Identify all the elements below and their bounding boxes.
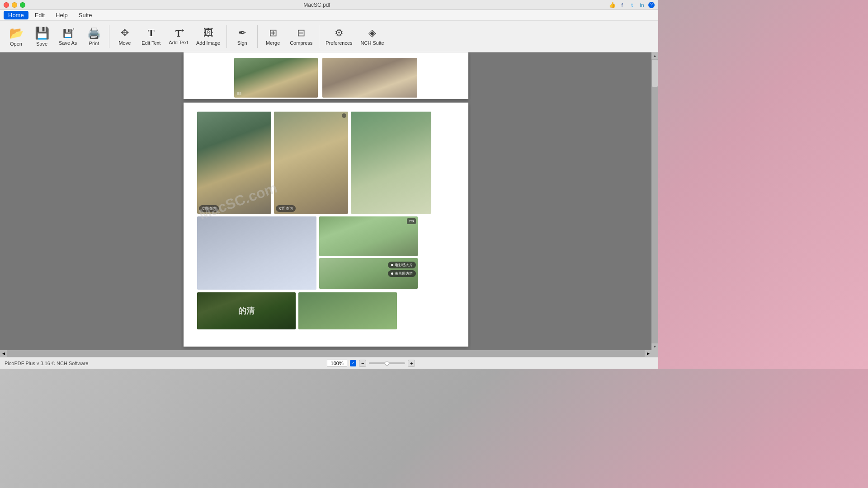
scroll-right-arrow[interactable]: ▶: [645, 350, 651, 357]
photo-badge-2: 立即查询: [276, 205, 296, 212]
toolbar-separator-3: [257, 25, 258, 48]
add-text-button[interactable]: T+ Add Text: [165, 23, 192, 51]
twitter-icon[interactable]: t: [628, 1, 636, 9]
sign-label: Sign: [237, 40, 247, 46]
add-text-label: Add Text: [169, 40, 188, 45]
merge-icon: ⊞: [269, 27, 277, 39]
sign-icon: ✒: [238, 27, 246, 39]
open-label: Open: [10, 41, 22, 47]
minimize-button[interactable]: [12, 2, 17, 8]
menu-edit[interactable]: Edit: [30, 11, 49, 19]
nch-suite-label: NCH Suite: [361, 40, 384, 46]
menu-help[interactable]: Help: [51, 11, 72, 19]
add-image-icon: 🖼: [203, 27, 213, 39]
save-button[interactable]: 💾 Save: [29, 23, 54, 51]
scroll-track[interactable]: [651, 59, 658, 343]
move-icon: ✥: [121, 27, 129, 39]
horizontal-scrollbar[interactable]: ◀ ▶: [0, 350, 658, 357]
bubble-label-2: 南昌周边游: [395, 271, 413, 276]
traffic-lights: [4, 2, 25, 8]
print-icon: 🖨️: [87, 27, 101, 40]
zoom-confirm[interactable]: ✓: [350, 360, 356, 366]
compress-icon: ⊟: [297, 27, 305, 39]
status-bar: PicoPDF Plus v 3.16 © NCH Software ✓ − +: [0, 357, 658, 369]
photo-badge-num: 2/9: [407, 218, 415, 224]
title-bar: MacSC.pdf 👍 f t in ?: [0, 0, 658, 10]
move-label: Move: [118, 40, 131, 46]
facebook-icon[interactable]: f: [618, 1, 626, 9]
linkedin-icon[interactable]: in: [638, 1, 646, 9]
compress-label: Compress: [290, 40, 312, 46]
pdf-page-1: 88: [184, 52, 468, 99]
scroll-up-arrow[interactable]: ▲: [651, 52, 658, 59]
preferences-icon: ⚙: [335, 27, 344, 39]
edit-text-icon: T: [148, 27, 155, 39]
zoom-slider-thumb[interactable]: [385, 361, 389, 366]
save-as-icon: 💾↗: [63, 27, 73, 39]
menu-bar: Home Edit Help Suite: [0, 10, 658, 21]
hscroll-track[interactable]: [7, 350, 645, 357]
add-image-label: Add Image: [196, 40, 220, 46]
sign-button[interactable]: ✒ Sign: [230, 23, 255, 51]
toolbar-separator-2: [226, 25, 227, 48]
save-label: Save: [36, 41, 47, 47]
merge-button[interactable]: ⊞ Merge: [260, 23, 285, 51]
nch-suite-icon: ◈: [368, 27, 376, 39]
merge-label: Merge: [266, 40, 280, 46]
main-row: 88 MacSC.com: [0, 52, 658, 350]
scroll-down-arrow[interactable]: ▼: [651, 343, 658, 350]
zoom-input[interactable]: [327, 360, 347, 367]
close-button[interactable]: [4, 2, 9, 8]
scroll-left-arrow[interactable]: ◀: [0, 350, 7, 357]
add-text-icon: T+: [175, 28, 181, 39]
photo-badge-1: 立即查询: [199, 205, 219, 212]
pdf-page-2: MacSC.com 立即查询: [184, 103, 468, 347]
scroll-thumb[interactable]: [652, 60, 658, 87]
move-button[interactable]: ✥ Move: [112, 23, 137, 51]
toolbar: 📂 Open 💾 Save 💾↗ Save As 🖨️ Print ✥ Move…: [0, 21, 658, 52]
bubble-label-1: 电影感大片: [395, 263, 413, 267]
toolbar-separator-1: [109, 25, 109, 48]
software-info: PicoPDF Plus v 3.16 © NCH Software: [5, 361, 88, 366]
print-label: Print: [89, 41, 99, 46]
preferences-button[interactable]: ⚙ Preferences: [322, 23, 356, 51]
preferences-label: Preferences: [326, 40, 352, 46]
open-icon: 📂: [9, 26, 24, 40]
help-icon[interactable]: ?: [648, 2, 655, 8]
pdf-area[interactable]: 88 MacSC.com: [0, 52, 651, 350]
title-bar-actions: 👍 f t in ?: [609, 1, 655, 9]
save-icon: 💾: [35, 26, 49, 40]
page-wrapper: 88 MacSC.com: [181, 52, 471, 350]
save-as-label: Save As: [59, 40, 77, 46]
save-as-button[interactable]: 💾↗ Save As: [55, 23, 80, 51]
scroll-corner: [651, 350, 658, 357]
open-button[interactable]: 📂 Open: [4, 23, 28, 51]
add-image-button[interactable]: 🖼 Add Image: [193, 23, 224, 51]
zoom-plus-button[interactable]: +: [408, 360, 415, 367]
print-button[interactable]: 🖨️ Print: [81, 23, 106, 51]
zoom-minus-button[interactable]: −: [359, 360, 366, 367]
edit-text-label: Edit Text: [142, 40, 160, 46]
nch-suite-button[interactable]: ◈ NCH Suite: [357, 23, 388, 51]
toolbar-separator-4: [319, 25, 319, 48]
share-icon[interactable]: 👍: [609, 1, 616, 9]
menu-suite[interactable]: Suite: [74, 11, 97, 19]
vertical-scrollbar[interactable]: ▲ ▼: [651, 52, 658, 350]
maximize-button[interactable]: [20, 2, 25, 8]
compress-button[interactable]: ⊟ Compress: [286, 23, 316, 51]
window-title: MacSC.pdf: [25, 2, 609, 8]
zoom-controls: ✓ − +: [327, 360, 415, 367]
menu-home[interactable]: Home: [4, 11, 28, 19]
zoom-slider[interactable]: [369, 362, 405, 364]
main-area: 88 MacSC.com: [0, 52, 658, 357]
edit-text-button[interactable]: T Edit Text: [138, 23, 164, 51]
